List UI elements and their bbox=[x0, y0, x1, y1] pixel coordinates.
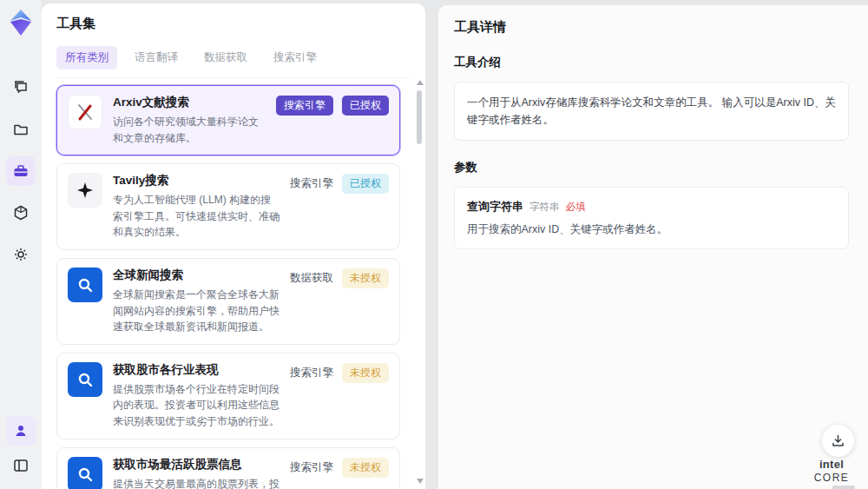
param-type: 字符串 bbox=[529, 201, 560, 214]
user-icon bbox=[13, 423, 29, 439]
status-badge: 未授权 bbox=[342, 363, 389, 383]
category-tabs: 所有类别 语言翻译 数据获取 搜索引擎 bbox=[56, 46, 411, 78]
tool-description: 提供股票市场各个行业在特定时间段内的表现。投资者可以利用这些信息来识别表现优于或… bbox=[113, 381, 279, 430]
chat-icon bbox=[12, 79, 30, 96]
gear-icon bbox=[12, 246, 30, 263]
scrollbar-thumb[interactable] bbox=[417, 90, 422, 144]
category-label: 数据获取 bbox=[290, 271, 333, 286]
parameter-card: 查询字符串 字符串 必填 用于搜索的Arxiv ID、关键字或作者姓名。 bbox=[454, 187, 849, 249]
toolbox-icon bbox=[12, 162, 30, 180]
intro-heading: 工具介绍 bbox=[454, 55, 849, 70]
stock-search-icon bbox=[68, 362, 102, 397]
tool-description: 提供当天交易量最高的股票列表，投资者可以利用这些信息来识别流动性强的股票和潜在的… bbox=[113, 476, 279, 489]
tool-name: Arxiv文献搜索 bbox=[113, 95, 266, 110]
cube-icon bbox=[12, 204, 30, 221]
tool-card-global-news[interactable]: 全球新闻搜索 全球新闻搜索是一个聚合全球各大新闻网站内容的搜索引擎，帮助用户快速… bbox=[56, 258, 400, 345]
app-sidebar bbox=[0, 0, 42, 489]
sidebar-item-collapse[interactable] bbox=[6, 451, 36, 480]
layout-panel-icon bbox=[12, 457, 30, 474]
tool-name: Tavily搜索 bbox=[113, 173, 279, 188]
param-required-label: 必填 bbox=[566, 201, 586, 214]
sidebar-item-packages[interactable] bbox=[6, 198, 36, 228]
status-badge: 未授权 bbox=[342, 458, 389, 478]
tool-card-most-active-stocks[interactable]: 获取市场最活跃股票信息 提供当天交易量最高的股票列表，投资者可以利用这些信息来识… bbox=[56, 447, 400, 489]
category-label: 搜索引擎 bbox=[290, 460, 333, 475]
tool-list-panel: 工具集 所有类别 语言翻译 数据获取 搜索引擎 Arxiv文献搜索 访问各个研究… bbox=[42, 3, 425, 489]
sidebar-item-files[interactable] bbox=[6, 115, 36, 144]
status-badge: 已授权 bbox=[342, 174, 389, 194]
tool-list: Arxiv文献搜索 访问各个研究领域大量科学论文和文章的存储库。 搜索引擎 已授… bbox=[56, 85, 411, 489]
tool-detail-panel: 工具详情 工具介绍 一个用于从Arxiv存储库搜索科学论文和文章的工具。 输入可… bbox=[438, 5, 868, 489]
tool-card-arxiv[interactable]: Arxiv文献搜索 访问各个研究领域大量科学论文和文章的存储库。 搜索引擎 已授… bbox=[56, 85, 400, 155]
scroll-up-arrow-icon[interactable] bbox=[417, 80, 424, 85]
app-logo-icon bbox=[8, 9, 34, 36]
sidebar-item-chat[interactable] bbox=[6, 73, 36, 102]
tavily-sparkle-icon bbox=[68, 173, 102, 208]
tool-description: 全球新闻搜索是一个聚合全球各大新闻网站内容的搜索引擎，帮助用户快速获取全球最新资… bbox=[113, 287, 279, 335]
status-badge: 已授权 bbox=[342, 96, 389, 116]
param-name: 查询字符串 bbox=[467, 199, 523, 215]
intel-core-logo: intel core bbox=[803, 458, 860, 489]
tool-intro-text: 一个用于从Arxiv存储库搜索科学论文和文章的工具。 输入可以是Arxiv ID… bbox=[454, 82, 849, 141]
stock-search-icon bbox=[68, 457, 102, 489]
intel-sublabel-faded bbox=[832, 486, 855, 489]
tab-search-engine[interactable]: 搜索引擎 bbox=[265, 46, 326, 69]
sidebar-item-tools[interactable] bbox=[6, 156, 36, 186]
param-description: 用于搜索的Arxiv ID、关键字或作者姓名。 bbox=[467, 222, 836, 237]
download-button[interactable] bbox=[822, 425, 854, 457]
core-wordmark: core bbox=[814, 472, 850, 484]
sidebar-item-settings[interactable] bbox=[6, 240, 36, 269]
download-icon bbox=[831, 433, 845, 448]
tab-data-acquisition[interactable]: 数据获取 bbox=[195, 46, 256, 69]
tool-card-tavily[interactable]: Tavily搜索 专为人工智能代理 (LLM) 构建的搜索引擎工具。可快速提供实… bbox=[56, 163, 400, 250]
tool-name: 全球新闻搜索 bbox=[113, 268, 279, 283]
arxiv-icon bbox=[68, 95, 102, 129]
tool-card-sector-performance[interactable]: 获取股市各行业表现 提供股票市场各个行业在特定时间段内的表现。投资者可以利用这些… bbox=[56, 353, 400, 439]
detail-title: 工具详情 bbox=[454, 19, 849, 36]
news-search-icon bbox=[68, 268, 102, 302]
scroll-down-arrow-icon[interactable] bbox=[417, 479, 424, 484]
category-badge: 搜索引擎 bbox=[276, 96, 333, 116]
tab-language-translation[interactable]: 语言翻译 bbox=[126, 46, 187, 69]
list-scrollbar[interactable] bbox=[415, 78, 424, 486]
tool-name: 获取市场最活跃股票信息 bbox=[113, 457, 279, 472]
intel-wordmark: intel bbox=[819, 458, 844, 471]
page-title: 工具集 bbox=[56, 16, 411, 32]
tab-all-categories[interactable]: 所有类别 bbox=[56, 46, 117, 69]
folder-icon bbox=[12, 121, 30, 138]
tool-description: 专为人工智能代理 (LLM) 构建的搜索引擎工具。可快速提供实时、准确和真实的结… bbox=[113, 192, 279, 241]
category-label: 搜索引擎 bbox=[290, 366, 333, 380]
category-label: 搜索引擎 bbox=[290, 176, 333, 191]
status-badge: 未授权 bbox=[342, 268, 389, 288]
sidebar-item-account[interactable] bbox=[6, 416, 36, 446]
params-heading: 参数 bbox=[454, 160, 849, 175]
tool-name: 获取股市各行业表现 bbox=[113, 362, 279, 378]
tool-description: 访问各个研究领域大量科学论文和文章的存储库。 bbox=[113, 114, 266, 146]
